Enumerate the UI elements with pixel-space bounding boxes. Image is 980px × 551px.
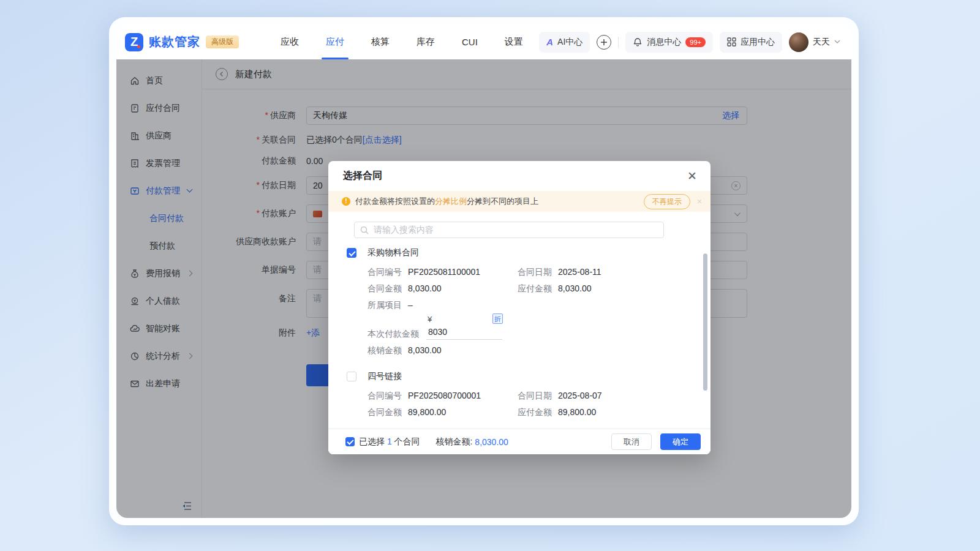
user-name: 天天: [813, 37, 830, 48]
brand-name: 账款管家: [149, 34, 200, 50]
brand[interactable]: Z 账款管家 高级版: [125, 33, 239, 51]
contract-payable: 89,800.00: [558, 404, 596, 421]
contract-amount: 89,800.00: [408, 404, 446, 421]
close-icon[interactable]: ✕: [687, 170, 697, 182]
allocation-alert: ! 付款金额将按照设置的分摊比例分摊到不同的项目上 不再提示 ×: [328, 191, 710, 212]
contract-search-input[interactable]: 请输入搜索内容: [354, 222, 664, 238]
selected-summary: 已选择 1 个合同: [359, 437, 420, 448]
contract-checkbox-unchecked[interactable]: [347, 372, 356, 381]
plus-icon: [600, 39, 608, 46]
contract-date: 2025-08-07: [558, 388, 602, 404]
grid-icon: [727, 37, 736, 47]
top-navbar: Z 账款管家 高级版 应收 应付 核算 库存 CUI 设置 A AI中心 消息中…: [116, 24, 851, 59]
nav-tab-accounting[interactable]: 核算: [358, 24, 403, 59]
contract-list: 采购物料合同 合同编号PF2025081100001 合同日期2025-08-1…: [328, 246, 710, 429]
app-logo-icon: Z: [125, 33, 143, 51]
contract-checkbox-checked[interactable]: [347, 248, 356, 258]
pay-amount-value: 8030: [428, 327, 447, 337]
contract-amount: 8,030.00: [408, 280, 442, 297]
currency-symbol: ¥: [428, 315, 432, 324]
confirm-button[interactable]: 确定: [660, 433, 701, 450]
footer-verify-label: 核销金额:: [436, 437, 473, 448]
ai-icon: A: [546, 37, 553, 47]
message-count-badge: 99+: [685, 37, 706, 47]
modal-footer: 已选择 1 个合同 核销金额: 8,030.00 取消 确定: [328, 429, 710, 454]
ai-center-label: AI中心: [557, 37, 582, 48]
ai-center-button[interactable]: A AI中心: [539, 32, 590, 53]
search-icon: [360, 226, 369, 234]
contract-name: 采购物料合同: [368, 247, 690, 258]
contract-no: PF2025080700001: [408, 388, 481, 404]
dont-remind-button[interactable]: 不再提示: [644, 194, 690, 209]
alert-highlight: 分摊比例: [435, 197, 467, 206]
contract-item: 采购物料合同 合同编号PF2025081100001 合同日期2025-08-1…: [347, 247, 690, 359]
contract-item: 四号链接 合同编号PF2025080700001 合同日期2025-08-07 …: [347, 371, 690, 421]
pay-amount-row: 本次付款金额 ¥ 折 8030: [368, 327, 690, 340]
contract-no: PF2025081100001: [408, 264, 480, 280]
modal-title: 选择合同: [343, 170, 382, 182]
select-contract-modal: 选择合同 ✕ ! 付款金额将按照设置的分摊比例分摊到不同的项目上 不再提示 × …: [328, 161, 710, 454]
chevron-down-icon: [834, 40, 840, 44]
alert-close-icon[interactable]: ×: [697, 197, 702, 206]
avatar: [789, 32, 809, 52]
primary-nav: 应收 应付 核算 库存 CUI 设置: [267, 24, 537, 59]
plan-badge: 高级版: [206, 36, 239, 48]
alert-text: 付款金额将按照设置的分摊比例分摊到不同的项目上: [355, 196, 538, 207]
bell-icon: [633, 37, 643, 47]
nav-tab-payable[interactable]: 应付: [312, 24, 358, 59]
create-button[interactable]: [597, 35, 611, 50]
cancel-button[interactable]: 取消: [611, 433, 652, 450]
search-placeholder: 请输入搜索内容: [374, 225, 434, 236]
scrollbar-thumb[interactable]: [703, 253, 707, 391]
nav-tab-cui[interactable]: CUI: [448, 24, 491, 59]
contract-project: –: [408, 297, 413, 313]
navbar-actions: A AI中心 消息中心 99+ 应用中心 天天: [539, 32, 840, 53]
nav-tab-inventory[interactable]: 库存: [403, 24, 448, 59]
user-menu[interactable]: 天天: [789, 32, 840, 52]
warning-icon: !: [342, 197, 350, 206]
footer-verify-value: 8,030.00: [475, 437, 508, 447]
app-center-label: 应用中心: [741, 37, 775, 48]
app-window: Z 账款管家 高级版 应收 应付 核算 库存 CUI 设置 A AI中心 消息中…: [109, 17, 859, 525]
contract-payable: 8,030.00: [558, 280, 592, 297]
contract-date: 2025-08-11: [558, 264, 601, 280]
verify-amount: 8,030.00: [408, 342, 442, 359]
discount-badge[interactable]: 折: [492, 313, 503, 324]
modal-header: 选择合同 ✕: [328, 161, 710, 191]
contract-name: 四号链接: [368, 371, 690, 382]
nav-tab-settings[interactable]: 设置: [491, 24, 537, 59]
select-all-checkbox[interactable]: [345, 437, 355, 446]
message-center-button[interactable]: 消息中心 99+: [625, 32, 713, 53]
message-center-label: 消息中心: [647, 37, 681, 48]
pay-amount-input[interactable]: ¥ 折 8030: [426, 327, 502, 340]
app-center-button[interactable]: 应用中心: [720, 32, 782, 53]
divider: [618, 37, 619, 48]
selected-count: 1: [387, 437, 392, 446]
nav-tab-receivable[interactable]: 应收: [267, 24, 312, 59]
